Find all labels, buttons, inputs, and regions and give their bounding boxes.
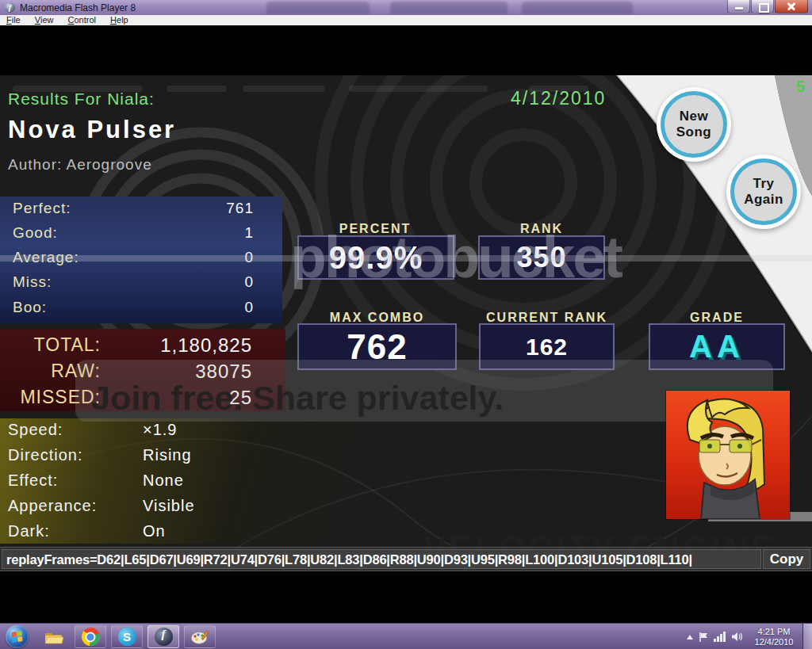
judgment-value: 0	[244, 273, 254, 292]
tray-expand-icon[interactable]	[687, 635, 693, 639]
setting-row: Apperance: Visible	[8, 497, 539, 517]
setting-value: Visible	[143, 497, 195, 515]
try-again-label: Try Again	[741, 176, 787, 207]
judgment-row: Good: 1	[13, 224, 254, 243]
setting-label: Speed:	[8, 421, 63, 438]
play-count: 5	[796, 78, 805, 96]
setting-row: Speed: ×1.9	[8, 421, 539, 441]
new-song-label: New Song	[671, 109, 717, 139]
settings-panel: Speed: ×1.9 Direction: Rising Effect: No…	[0, 418, 539, 544]
replay-bar: replayFrames=D62|L65|D67|U69|R72|U74|D76…	[0, 547, 812, 571]
copy-button[interactable]: Copy	[763, 549, 810, 569]
explorer-icon	[44, 629, 64, 645]
setting-row: Dark: On	[8, 522, 539, 542]
window-title: Macromedia Flash Player 8	[20, 2, 136, 13]
menu-bar: File View Control Help	[0, 15, 812, 25]
try-again-button[interactable]: Try Again	[726, 155, 801, 229]
window-titlebar[interactable]: f Macromedia Flash Player 8	[0, 0, 812, 15]
avatar-character	[666, 391, 790, 519]
close-icon[interactable]	[775, 0, 808, 13]
setting-value: ×1.9	[143, 421, 177, 439]
new-song-button[interactable]: New Song	[657, 87, 731, 162]
paint-icon	[190, 629, 209, 645]
judgment-label: Boo:	[13, 299, 47, 318]
deco-bar	[243, 86, 325, 92]
volume-icon[interactable]	[731, 632, 743, 642]
setting-value: Rising	[143, 446, 192, 464]
menu-view[interactable]: View	[35, 15, 54, 25]
judgment-value: 0	[244, 299, 254, 318]
score-value: 1,180,825	[160, 334, 252, 357]
menu-help[interactable]: Help	[110, 15, 128, 25]
score-label: TOTAL:	[0, 334, 101, 356]
window-controls	[726, 0, 808, 13]
replay-frames-text[interactable]: replayFrames=D62|L65|D67|U69|R72|U74|D76…	[2, 549, 761, 569]
deco-bar	[167, 86, 227, 92]
system-tray: 4:21 PM 12/4/2010	[687, 624, 799, 649]
flash-player-taskbar-button[interactable]: f	[147, 625, 179, 648]
menu-control[interactable]: Control	[68, 15, 96, 25]
setting-value: None	[143, 471, 184, 490]
try-again-ring: Try Again	[730, 158, 797, 225]
background-browser-tab	[522, 2, 633, 14]
judgment-row: Miss: 0	[13, 273, 254, 292]
chrome-taskbar-button[interactable]	[75, 625, 106, 648]
chrome-icon	[82, 628, 100, 646]
setting-value: On	[143, 522, 166, 540]
judgment-label: Miss:	[13, 273, 52, 292]
explorer-taskbar-button[interactable]	[38, 625, 70, 648]
photobucket-watermark: photobucket	[290, 223, 621, 291]
clock-time: 4:21 PM	[749, 627, 799, 637]
skype-taskbar-button[interactable]: S	[111, 625, 143, 648]
judgment-label: Good:	[13, 224, 58, 243]
results-header: Results For Niala:	[8, 90, 155, 109]
background-browser-tab	[266, 2, 370, 14]
paint-taskbar-button[interactable]	[184, 625, 216, 648]
clock-date: 12/4/2010	[749, 637, 799, 647]
judgment-value: 761	[226, 200, 254, 219]
skype-icon: S	[118, 628, 136, 646]
photobucket-tagline: Join free. Share privately.	[91, 379, 504, 418]
song-title: Nova Pulser	[8, 116, 176, 144]
setting-row: Direction: Rising	[8, 446, 539, 466]
action-center-flag-icon[interactable]	[699, 632, 708, 643]
judgment-row: Perfect: 761	[13, 200, 254, 219]
screen: f Macromedia Flash Player 8 File View Co…	[0, 0, 812, 649]
flash-player-taskbar-icon: f	[155, 628, 173, 646]
setting-label: Direction:	[8, 446, 82, 464]
deco-bar	[349, 86, 488, 92]
flash-player-icon: f	[5, 2, 15, 13]
background-browser-tab	[390, 2, 508, 14]
new-song-ring: New Song	[661, 91, 727, 158]
menu-file[interactable]: File	[6, 15, 21, 25]
restore-icon[interactable]	[751, 0, 774, 13]
minimize-icon[interactable]	[727, 0, 750, 13]
judgment-row: Boo: 0	[13, 299, 254, 318]
judgment-label: Perfect:	[13, 200, 71, 219]
setting-label: Apperance:	[8, 497, 97, 514]
start-orb[interactable]	[6, 625, 29, 648]
result-date: 4/12/2010	[511, 88, 606, 109]
setting-label: Dark:	[8, 522, 50, 540]
judgment-value: 1	[244, 224, 254, 243]
song-author: Author: Aerogroove	[8, 156, 152, 174]
setting-label: Effect:	[8, 471, 58, 489]
player-avatar	[666, 391, 790, 519]
show-desktop-button[interactable]	[802, 624, 812, 649]
score-row: TOTAL: 1,180,825	[0, 334, 285, 356]
network-signal-icon[interactable]	[714, 632, 726, 642]
taskbar-clock[interactable]: 4:21 PM 12/4/2010	[749, 627, 799, 647]
taskbar: S f 4	[0, 623, 812, 649]
windows-flag-icon	[12, 631, 23, 643]
setting-row: Effect: None	[8, 471, 539, 491]
